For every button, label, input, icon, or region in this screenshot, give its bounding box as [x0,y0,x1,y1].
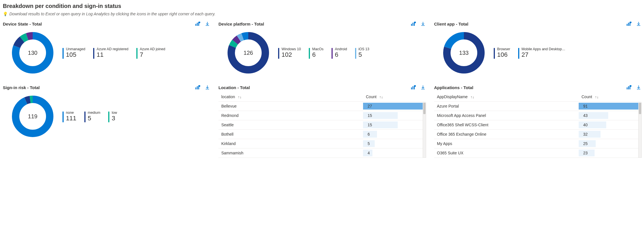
card-applications: Applications - Total AppDisplayName↑↓ Co… [434,85,641,158]
svg-rect-17 [627,24,628,26]
svg-rect-30 [411,87,412,89]
legend-item: low 3 [108,111,117,122]
row-label: O365 Suite UX [434,148,579,158]
legend-item: Windows 10 102 [278,47,301,59]
col-header-label[interactable]: location↑↓ [218,92,363,102]
table-row[interactable]: My Apps 25 [434,139,641,148]
legend-value: 11 [97,51,128,58]
download-excel-icon[interactable] [636,85,641,90]
open-log-analytics-icon[interactable] [626,21,632,26]
open-log-analytics-icon[interactable] [411,85,416,90]
row-count-cell: 4 [363,148,426,158]
row-count-cell: 27 [363,102,426,111]
row-count: 25 [582,141,588,146]
legend-value: 6 [335,51,347,58]
donut-chart-signin_risk: 119 none 111 medium 5 low 3 [3,92,210,140]
row-count-cell: 23 [579,148,641,158]
row-count-cell: 43 [579,111,641,120]
lightbulb-icon: 💡 [3,12,8,16]
row-count: 4 [366,151,370,155]
row-count: 15 [366,123,372,127]
row-count: 23 [582,151,588,155]
legend-label: none [66,111,76,115]
table-row[interactable]: Bothell 6 [218,130,426,139]
scrollbar[interactable] [423,102,426,158]
table-row[interactable]: Kirkland 5 [218,139,426,148]
scrollbar[interactable] [638,102,642,158]
sort-icon[interactable]: ↑↓ [470,95,474,99]
download-excel-icon[interactable] [205,21,210,26]
legend-item: iOS 13 5 [355,47,369,59]
svg-rect-23 [195,87,196,89]
open-log-analytics-icon[interactable] [195,85,200,90]
legend-label: Unmanaged [66,47,85,51]
table-row[interactable]: Seattle 15 [218,120,426,130]
col-header-count[interactable]: Count↑↓ [363,92,426,102]
card-location: Location - Total location↑↓ Count↑↓ Bell… [218,85,426,158]
row-count: 91 [582,104,588,108]
row-count: 32 [582,132,588,136]
row-count-cell: 5 [363,139,426,148]
legend-value: 6 [312,51,324,58]
legend-color-bar [332,48,333,59]
table-row[interactable]: Office 365 Exchange Online 32 [434,130,641,139]
table-row[interactable]: Microsoft App Access Panel 43 [434,111,641,120]
legend-label: low [112,111,117,115]
table-row[interactable]: Office365 Shell WCSS-Client 40 [434,120,641,130]
legend-item: medium 5 [84,111,100,122]
card-signin_risk: Sign-in risk - Total 119 none 111 medium… [3,85,210,158]
row-label: Office365 Shell WCSS-Client [434,120,579,130]
svg-point-11 [414,22,416,23]
download-excel-icon[interactable] [636,21,641,26]
svg-rect-24 [197,86,198,89]
row-label: Microsoft App Access Panel [434,111,579,120]
row-label: Azure Portal [434,102,579,111]
legend-item: Android 6 [332,47,347,59]
legend-color-bar [309,48,310,59]
donut-chart-device_state: 130 Unmanaged 105 Azure AD registered 11… [3,29,210,77]
svg-rect-34 [627,87,628,89]
donut-total: 133 [443,32,485,74]
donut-chart-device_platform: 126 Windows 10 102 MacOs 6 Android 6 [218,29,426,77]
col-header-count[interactable]: Count↑↓ [579,92,641,102]
table-row[interactable]: Bellevue 27 [218,102,426,111]
legend-color-bar [93,48,94,59]
legend-value: 111 [66,115,76,122]
svg-point-33 [414,85,416,87]
open-log-analytics-icon[interactable] [626,85,632,90]
page-title: Breakdown per condition and sign-in stat… [3,3,641,9]
svg-rect-1 [197,23,198,26]
sort-icon[interactable]: ↑↓ [238,95,241,99]
row-count: 40 [582,123,588,127]
table-row[interactable]: Azure Portal 91 [434,102,641,111]
table-row[interactable]: O365 Suite UX 23 [434,148,641,158]
open-log-analytics-icon[interactable] [411,21,416,26]
sort-icon[interactable]: ↑↓ [379,95,383,99]
legend-value: 7 [140,51,165,58]
table-row[interactable]: Redmond 15 [218,111,426,120]
card-title-device_state: Device State - Total [3,22,42,26]
legend-label: Browser [497,47,510,51]
row-count-cell: 91 [579,102,641,111]
svg-rect-31 [412,86,413,89]
sort-icon[interactable]: ↑↓ [595,95,599,99]
legend-item: Unmanaged 105 [62,47,85,59]
legend-value: 5 [88,115,100,122]
open-log-analytics-icon[interactable] [195,21,200,26]
legend-value: 27 [522,51,565,58]
table-row[interactable]: Sammamish 4 [218,148,426,158]
download-excel-icon[interactable] [420,85,426,90]
svg-point-37 [630,85,632,87]
row-count-cell: 32 [579,130,641,139]
donut-total: 130 [11,32,54,74]
legend-item: MacOs 6 [309,47,324,59]
download-excel-icon[interactable] [205,85,210,90]
legend-value: 3 [112,115,117,122]
col-header-label[interactable]: AppDisplayName↑↓ [434,92,579,102]
legend-item: Browser 106 [494,47,510,59]
download-excel-icon[interactable] [420,21,426,26]
legend-color-bar [518,48,519,59]
legend-label: Azure AD registered [97,47,128,51]
legend-item: none 111 [62,111,76,122]
legend-label: Azure AD joined [140,47,165,51]
